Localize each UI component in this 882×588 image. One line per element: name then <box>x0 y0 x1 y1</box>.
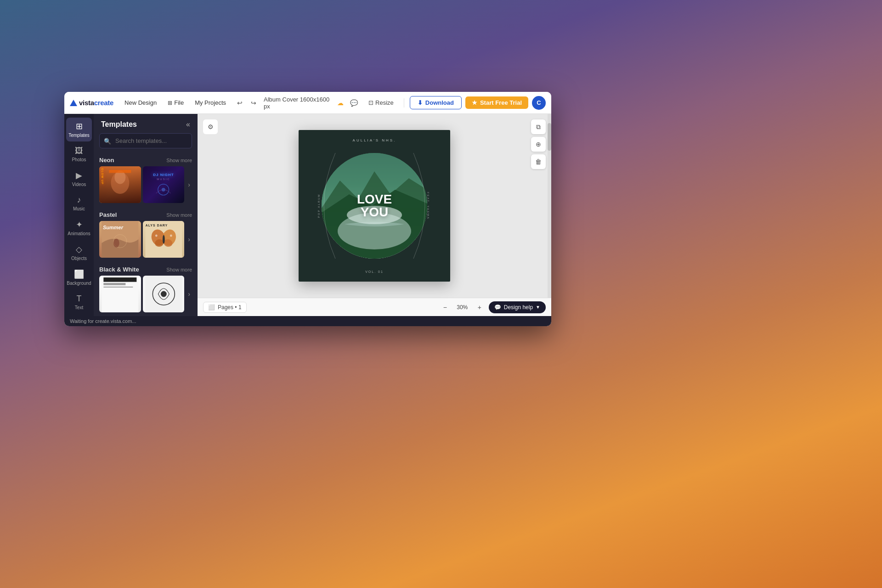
animations-icon: ✦ <box>76 220 83 230</box>
templates-panel: Templates « 🔍 Neon Show more <box>94 114 198 316</box>
top-bar: vistacreate New Design ⊞ File My Project… <box>64 92 551 114</box>
template-thumb-pastel-1[interactable]: Summer <box>99 221 141 258</box>
my-projects-nav[interactable]: My Projects <box>191 97 230 108</box>
sidebar-item-background[interactable]: ⬜ Background <box>66 266 92 289</box>
search-icon: 🔍 <box>104 137 111 144</box>
status-bar: Waiting for create.vista.com... <box>64 316 551 326</box>
neon-show-more[interactable]: Show more <box>166 158 192 163</box>
separator <box>404 98 404 107</box>
music-icon: ♪ <box>77 195 81 205</box>
logo-triangle-icon <box>70 100 77 106</box>
search-box: 🔍 <box>99 133 192 148</box>
canvas-scrollbar[interactable] <box>548 114 551 298</box>
svg-point-22 <box>161 291 167 297</box>
sidebar-icons: ⊞ Templates 🖼 Photos ▶ Videos ♪ Music ✦ … <box>64 114 94 316</box>
canvas-center[interactable]: AULLIA'S NHS. POP ALBUM FEAT. YASMA <box>198 114 551 298</box>
undo-button[interactable]: ↩ <box>233 96 246 109</box>
svg-point-15 <box>170 235 172 237</box>
zoom-out-button[interactable]: − <box>440 302 451 313</box>
canvas-copy-page-button[interactable]: ⧉ <box>531 119 546 134</box>
resize-icon: ⊡ <box>368 99 373 106</box>
logo-text: vistacreate <box>79 99 113 107</box>
zoom-controls: − 30% + 💬 Design help ▼ <box>440 301 546 313</box>
svg-rect-19 <box>103 287 133 288</box>
panel-title: Templates <box>101 120 137 129</box>
album-title-overlay: LOVE YOU <box>357 193 392 219</box>
category-bw-label: Black & White <box>99 266 139 273</box>
search-input[interactable] <box>99 133 192 148</box>
panel-header: Templates « <box>94 114 198 133</box>
resize-button[interactable]: ⊡ Resize <box>364 97 398 108</box>
file-nav[interactable]: ⊞ File <box>164 97 187 108</box>
canvas-bottom-bar: ⬜ Pages • 1 − 30% + 💬 Design help ▼ <box>198 298 551 316</box>
app-window: vistacreate New Design ⊞ File My Project… <box>64 92 551 326</box>
canvas-toolbar-right: ⧉ ⊕ 🗑 <box>531 119 546 169</box>
photos-icon: 🖼 <box>75 146 83 156</box>
sidebar-item-text[interactable]: T Text <box>66 290 92 314</box>
svg-rect-18 <box>103 283 125 285</box>
chat-icon: 💬 <box>494 304 501 311</box>
avatar-button[interactable]: C <box>532 96 546 110</box>
message-button[interactable]: 💬 <box>347 96 360 109</box>
background-icon: ⬜ <box>74 269 84 279</box>
pastel-template-row: Summer <box>94 221 198 258</box>
template-thumb-pastel-2[interactable]: ALYS DARY <box>143 221 185 258</box>
template-thumb-bw-2[interactable] <box>143 276 185 312</box>
objects-icon: ◇ <box>76 244 82 254</box>
sidebar-item-objects[interactable]: ◇ Objects <box>66 241 92 265</box>
canvas-area: ⧉ ⊕ 🗑 ⚙ AULLIA'S NHS. <box>198 114 551 316</box>
sidebar-item-templates[interactable]: ⊞ Templates <box>66 118 92 141</box>
template-thumb-neon-1[interactable]: GLOW UP <box>99 166 141 203</box>
sidebar-item-animations[interactable]: ✦ Animations <box>66 216 92 240</box>
canvas-duplicate-button[interactable]: ⊕ <box>531 137 546 152</box>
category-neon-label: Neon <box>99 157 114 164</box>
download-icon: ⬇ <box>418 99 423 106</box>
category-neon: Neon Show more GLOW UP <box>94 154 198 203</box>
scrollbar-thumb[interactable] <box>548 123 551 151</box>
template-thumb-neon-2[interactable]: DJ NIGHT MUSIC <box>143 166 185 203</box>
sidebar-item-videos[interactable]: ▶ Videos <box>66 167 92 191</box>
design-help-button[interactable]: 💬 Design help ▼ <box>489 301 546 313</box>
free-trial-button[interactable]: ★ Start Free Trial <box>465 96 528 109</box>
redo-button[interactable]: ↪ <box>247 96 260 109</box>
collapse-panel-button[interactable]: « <box>186 120 190 129</box>
pastel-show-more[interactable]: Show more <box>166 212 192 218</box>
file-title: Album Cover 1600x1600 px <box>264 96 334 110</box>
status-text: Waiting for create.vista.com... <box>70 318 136 324</box>
zoom-in-button[interactable]: + <box>474 302 485 313</box>
videos-icon: ▶ <box>76 170 82 181</box>
bw-show-more[interactable]: Show more <box>166 267 192 272</box>
settings-icon: ⚙ <box>208 123 214 130</box>
album-title-love: LOVE <box>357 193 392 206</box>
svg-point-14 <box>155 235 158 237</box>
bw-template-row: ZINAZ <box>94 276 198 312</box>
star-icon: ★ <box>472 99 477 106</box>
templates-icon: ⊞ <box>76 121 83 131</box>
album-title-you: YOU <box>357 206 392 219</box>
canvas-delete-button[interactable]: 🗑 <box>531 154 546 169</box>
pages-button[interactable]: ⬜ Pages • 1 <box>203 302 247 313</box>
neon-template-row: GLOW UP DJ NIGHT MUSIC <box>94 166 198 203</box>
canvas-settings-button[interactable]: ⚙ <box>203 119 218 134</box>
svg-rect-2 <box>109 170 131 173</box>
category-pastel-label: Pastel <box>99 211 117 218</box>
sidebar-item-photos[interactable]: 🖼 Photos <box>66 142 92 166</box>
logo: vistacreate <box>70 99 113 107</box>
undo-redo-group: ↩ ↪ <box>233 96 260 109</box>
template-thumb-bw-1[interactable]: ZINAZ <box>99 276 141 312</box>
neon-row-arrow[interactable]: › <box>186 179 192 190</box>
svg-point-7 <box>113 238 119 247</box>
cloud-save-icon: ☁ <box>337 99 344 107</box>
bw-row-arrow[interactable]: › <box>186 288 192 300</box>
pastel-row-arrow[interactable]: › <box>186 234 192 245</box>
zoom-value: 30% <box>454 304 470 311</box>
category-bw: Black & White Show more <box>94 263 198 312</box>
new-design-nav[interactable]: New Design <box>121 97 160 108</box>
category-pastel: Pastel Show more <box>94 209 198 258</box>
download-button[interactable]: ⬇ Download <box>410 96 462 109</box>
templates-scroll: Neon Show more GLOW UP <box>94 154 198 316</box>
text-icon: T <box>77 294 82 304</box>
top-bar-right: 💬 ⊡ Resize ⬇ Download ★ Start Free Trial… <box>347 96 546 110</box>
sidebar-item-music[interactable]: ♪ Music <box>66 192 92 215</box>
album-cover-design[interactable]: AULLIA'S NHS. POP ALBUM FEAT. YASMA <box>299 130 450 282</box>
